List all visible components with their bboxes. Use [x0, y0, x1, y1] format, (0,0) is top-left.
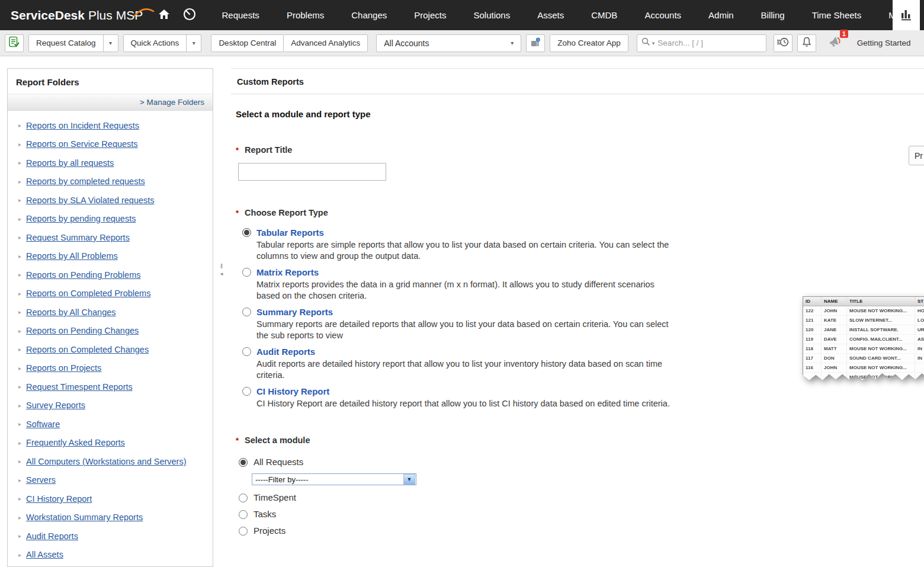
report-type-label[interactable]: Matrix Reports — [256, 267, 671, 277]
expand-arrow-icon[interactable]: ▸ — [18, 402, 21, 409]
folder-link[interactable]: Reports by SLA Violated requests — [26, 196, 155, 205]
folder-link[interactable]: Reports on Pending Problems — [26, 270, 140, 280]
sidebar-collapse-handle[interactable]: ‖ ◄ — [217, 263, 226, 277]
folder-link[interactable]: CI History Report — [26, 494, 92, 504]
recent-items-button[interactable] — [774, 34, 793, 52]
folder-link[interactable]: Reports on Projects — [26, 363, 101, 373]
expand-arrow-icon[interactable]: ▸ — [18, 552, 21, 558]
chevron-down-icon[interactable]: ▾ — [186, 35, 201, 52]
all-requests-radio[interactable] — [239, 458, 248, 467]
account-info-button[interactable]: i — [526, 34, 545, 52]
nav-billing[interactable]: Billing — [747, 0, 798, 30]
nav-changes[interactable]: Changes — [338, 0, 400, 30]
folder-item[interactable]: ▸Reports on Pending Changes — [8, 322, 213, 341]
matrix-reports-radio[interactable] — [242, 268, 251, 277]
module-label[interactable]: TimeSpent — [254, 492, 296, 502]
expand-arrow-icon[interactable]: ▸ — [18, 216, 21, 222]
app-logo[interactable]: ServiceDesk Plus MSP — [0, 8, 149, 23]
request-template-button[interactable] — [5, 34, 24, 52]
all-accounts-select[interactable]: All Accounts ▾ — [376, 34, 521, 52]
tasks-radio[interactable] — [239, 510, 248, 519]
expand-arrow-icon[interactable]: ▸ — [18, 309, 21, 315]
expand-arrow-icon[interactable]: ▸ — [18, 122, 21, 129]
folder-link[interactable]: Reports on Service Requests — [26, 139, 138, 149]
nav-requests[interactable]: Requests — [208, 0, 273, 30]
nav-solutions[interactable]: Solutions — [460, 0, 524, 30]
folder-item[interactable]: ▸Request Summary Reports — [8, 228, 213, 247]
ci-history-report-radio[interactable] — [242, 387, 251, 396]
folder-link[interactable]: Reports on Completed Problems — [26, 289, 150, 298]
chevron-down-icon[interactable]: ▾ — [103, 35, 118, 52]
expand-arrow-icon[interactable]: ▸ — [18, 178, 21, 185]
preview-button[interactable]: Pr — [909, 146, 924, 165]
folder-link[interactable]: Reports by completed requests — [26, 177, 145, 186]
expand-arrow-icon[interactable]: ▸ — [18, 159, 21, 166]
folder-link[interactable]: Reports on Incident Requests — [26, 121, 139, 130]
search-scope-chevron-icon[interactable]: ▾ — [652, 40, 655, 46]
folder-link[interactable]: Reports by all requests — [26, 158, 114, 168]
expand-arrow-icon[interactable]: ▸ — [18, 514, 21, 521]
folder-link[interactable]: All Computers (Workstations and Servers) — [26, 457, 187, 466]
expand-arrow-icon[interactable]: ▸ — [18, 328, 21, 334]
folder-item[interactable]: ▸Servers — [8, 471, 213, 490]
advanced-analytics-button[interactable]: Advanced Analytics — [284, 34, 368, 52]
expand-arrow-icon[interactable]: ▸ — [18, 290, 21, 297]
home-button[interactable] — [153, 0, 174, 30]
folder-item[interactable]: ▸Reports by all requests — [8, 153, 213, 172]
folder-link[interactable]: Software — [26, 419, 60, 429]
nav-projects[interactable]: Projects — [400, 0, 460, 30]
folder-item[interactable]: ▸Frequently Asked Reports — [8, 434, 213, 453]
folder-link[interactable]: Request Timespent Reports — [26, 382, 133, 392]
folder-link[interactable]: Request Summary Reports — [26, 233, 130, 242]
folder-item[interactable]: ▸Reports on Projects — [8, 359, 213, 378]
nav-cmdb[interactable]: CMDB — [578, 0, 631, 30]
folder-item[interactable]: ▸Reports on Pending Problems — [8, 265, 213, 284]
folder-item[interactable]: ▸Reports on Incident Requests — [8, 116, 213, 135]
expand-arrow-icon[interactable]: ▸ — [18, 141, 21, 148]
nav-assets[interactable]: Assets — [524, 0, 578, 30]
announcements-button[interactable]: 1 — [828, 35, 843, 51]
expand-arrow-icon[interactable]: ▸ — [18, 533, 21, 539]
projects-radio[interactable] — [239, 527, 248, 536]
global-search-box[interactable]: ▾ — [637, 34, 766, 52]
expand-arrow-icon[interactable]: ▸ — [18, 440, 21, 446]
expand-arrow-icon[interactable]: ▸ — [18, 495, 21, 502]
folder-item[interactable]: ▸Reports by completed requests — [8, 172, 213, 191]
zoho-creator-app-button[interactable]: Zoho Creator App — [550, 34, 628, 52]
folder-link[interactable]: Reports by All Problems — [26, 251, 118, 261]
manage-folders-link[interactable]: > Manage Folders — [8, 94, 213, 111]
getting-started-link[interactable]: Getting Started — [857, 39, 911, 47]
expand-arrow-icon[interactable]: ▸ — [18, 271, 21, 278]
timespent-radio[interactable] — [239, 494, 248, 502]
expand-arrow-icon[interactable]: ▸ — [18, 458, 21, 465]
folder-link[interactable]: Reports on Pending Changes — [26, 326, 139, 335]
nav-time-sheets[interactable]: Time Sheets — [798, 0, 875, 30]
folder-item[interactable]: ▸Reports by pending requests — [8, 210, 213, 229]
folder-item[interactable]: ▸Reports by All Changes — [8, 303, 213, 322]
summary-reports-radio[interactable] — [242, 307, 251, 316]
nav-admin[interactable]: Admin — [695, 0, 747, 30]
folder-link[interactable]: Survey Reports — [26, 401, 85, 410]
notifications-button[interactable] — [797, 34, 816, 52]
folder-item[interactable]: ▸Reports by SLA Violated requests — [8, 191, 213, 210]
folder-link[interactable]: Frequently Asked Reports — [26, 438, 125, 447]
expand-arrow-icon[interactable]: ▸ — [18, 421, 21, 427]
folder-item[interactable]: ▸Request Timespent Reports — [8, 377, 213, 396]
report-type-label[interactable]: CI History Report — [256, 386, 670, 396]
folder-item[interactable]: ▸CI History Report — [8, 489, 213, 508]
folder-link[interactable]: Reports by pending requests — [26, 214, 136, 223]
report-type-label[interactable]: Summary Reports — [256, 307, 671, 317]
folder-link[interactable]: Audit Reports — [26, 531, 78, 541]
expand-arrow-icon[interactable]: ▸ — [18, 383, 21, 390]
report-title-input[interactable] — [238, 163, 386, 181]
request-catalog-dropdown[interactable]: Request Catalog ▾ — [28, 34, 118, 52]
chevron-down-icon[interactable]: ▾ — [511, 40, 514, 46]
filter-by-select[interactable]: -----Filter by----- ▼ — [252, 473, 416, 485]
folder-link[interactable]: Servers — [26, 475, 56, 485]
folder-item[interactable]: ▸Reports by All Problems — [8, 247, 213, 266]
folder-item[interactable]: ▸Audit Reports — [8, 527, 213, 546]
expand-arrow-icon[interactable]: ▸ — [18, 253, 21, 260]
expand-arrow-icon[interactable]: ▸ — [18, 346, 21, 353]
tabular-reports-radio[interactable] — [242, 228, 251, 237]
expand-arrow-icon[interactable]: ▸ — [18, 234, 21, 241]
